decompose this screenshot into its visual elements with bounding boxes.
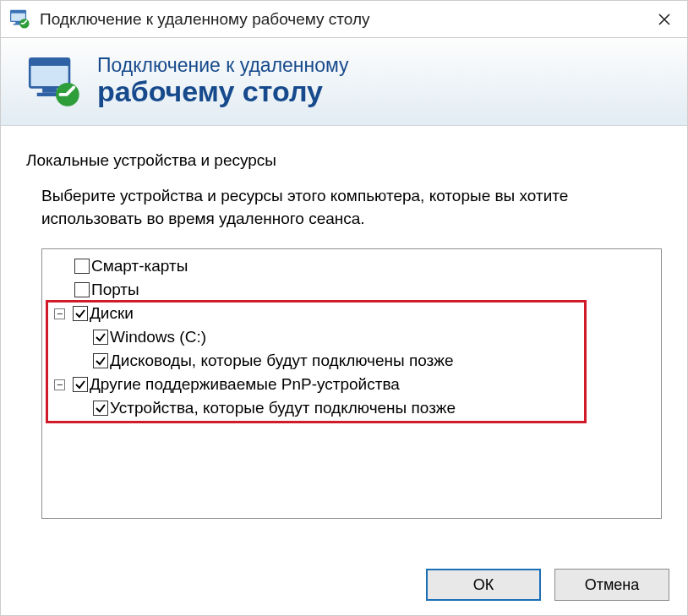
svg-rect-6 (30, 58, 69, 66)
device-tree: Смарт-карты Порты − Диски Windows (C:) Д… (41, 248, 662, 519)
rdp-app-icon (9, 8, 31, 30)
tree-item-later-drives[interactable]: Дисководы, которые будут подключены позж… (47, 349, 656, 373)
svg-rect-1 (11, 10, 26, 13)
window-title: Подключение к удаленному рабочему столу (40, 10, 645, 29)
checkbox-drive-c[interactable] (93, 330, 108, 345)
tree-item-smartcards[interactable]: Смарт-карты (47, 254, 656, 278)
tree-item-drives[interactable]: − Диски (47, 302, 656, 325)
expander-drives[interactable]: − (54, 308, 65, 319)
tree-label: Устройства, которые будут подключены поз… (110, 396, 456, 420)
tree-item-drive-c[interactable]: Windows (C:) (47, 325, 656, 349)
banner-line1: Подключение к удаленному (97, 55, 349, 76)
tree-item-ports[interactable]: Порты (47, 278, 656, 302)
tree-label: Смарт-карты (91, 254, 188, 278)
cancel-button[interactable]: Отмена (554, 569, 669, 601)
checkbox-pnp[interactable] (73, 377, 88, 392)
titlebar: Подключение к удаленному рабочему столу (1, 1, 687, 38)
expander-pnp[interactable]: − (54, 379, 65, 390)
svg-rect-7 (42, 87, 57, 92)
tree-label: Порты (91, 278, 139, 302)
checkbox-later-drives[interactable] (93, 353, 108, 368)
tree-root: Смарт-карты Порты − Диски Windows (C:) Д… (47, 254, 656, 420)
check-icon (95, 355, 106, 367)
check-icon (74, 308, 86, 319)
close-button[interactable] (645, 1, 684, 38)
tree-label: Диски (90, 302, 134, 325)
banner: Подключение к удаленному рабочему столу (1, 38, 687, 126)
instructions-text: Выберите устройства и ресурсы этого комп… (41, 185, 662, 230)
rdp-banner-icon (26, 53, 84, 111)
check-icon (74, 379, 86, 390)
tree-item-later-pnp[interactable]: Устройства, которые будут подключены поз… (47, 396, 656, 420)
ok-button[interactable]: ОК (426, 569, 541, 601)
tree-label: Другие поддерживаемые PnP-устройства (90, 373, 400, 396)
tree-label: Windows (C:) (110, 325, 206, 349)
banner-line2: рабочему столу (97, 76, 349, 107)
group-label: Локальные устройства и ресурсы (26, 151, 662, 170)
dialog-buttons: ОК Отмена (426, 569, 669, 601)
close-icon (658, 13, 671, 26)
checkbox-later-pnp[interactable] (93, 401, 108, 416)
check-icon (95, 331, 106, 343)
checkbox-ports[interactable] (74, 282, 90, 297)
tree-item-pnp[interactable]: − Другие поддерживаемые PnP-устройства (47, 373, 656, 396)
checkbox-drives[interactable] (73, 306, 88, 321)
checkbox-smartcards[interactable] (74, 259, 90, 274)
banner-text: Подключение к удаленному рабочему столу (97, 55, 349, 108)
content-area: Локальные устройства и ресурсы Выберите … (1, 126, 687, 519)
check-icon (95, 402, 106, 414)
tree-label: Дисководы, которые будут подключены позж… (110, 349, 454, 373)
